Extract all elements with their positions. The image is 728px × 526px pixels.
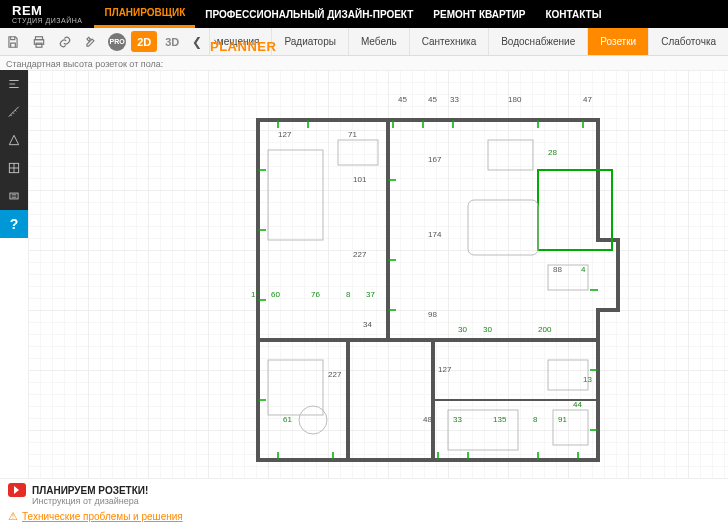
dim-r19: 200	[538, 325, 551, 334]
dim-r28: 44	[573, 400, 582, 409]
save-icon[interactable]	[0, 28, 26, 55]
tab-radiators[interactable]: Радиаторы	[271, 28, 347, 55]
dim-r6: 174	[428, 230, 441, 239]
warning-icon: ⚠	[8, 510, 18, 523]
dim-r23: 33	[453, 415, 462, 424]
dim-top-b: 45	[428, 95, 437, 104]
dim-r21: 61	[283, 415, 292, 424]
logo-right: PLANNER	[210, 40, 276, 53]
dim-r14: 4	[581, 265, 585, 274]
footer-video-sub: Инструкция от дизайнера	[32, 496, 720, 506]
dim-r17: 30	[458, 325, 467, 334]
svg-rect-16	[268, 360, 323, 415]
dim-r20: 127	[438, 365, 451, 374]
dim-r2: 71	[348, 130, 357, 139]
svg-rect-12	[338, 140, 378, 165]
nav-item-planner[interactable]: ПЛАНИРОВЩИК	[94, 0, 195, 28]
tool-measure-icon[interactable]	[0, 98, 28, 126]
svg-rect-13	[468, 200, 538, 255]
left-toolbar: ?	[0, 70, 28, 238]
logo-sub: СТУДИЯ ДИЗАЙНА	[12, 17, 82, 24]
mode-3d[interactable]: 3D	[158, 28, 186, 55]
dim-r29: 227	[328, 370, 341, 379]
tab-water[interactable]: Водоснабжение	[488, 28, 587, 55]
print-icon[interactable]	[26, 28, 52, 55]
footer: ПЛАНИРУЕМ РОЗЕТКИ! Инструкция от дизайне…	[0, 478, 728, 526]
main-nav: ПЛАНИРОВЩИК ПРОФЕССИОНАЛЬНЫЙ ДИЗАЙН-ПРОЕ…	[94, 0, 611, 28]
dim-top-e: 47	[583, 95, 592, 104]
tool-text-icon[interactable]	[0, 70, 28, 98]
dim-r4: 167	[428, 155, 441, 164]
dim-r12: 37	[366, 290, 375, 299]
dim-top-a: 45	[398, 95, 407, 104]
dim-r25: 8	[533, 415, 537, 424]
dim-top-c: 33	[450, 95, 459, 104]
dim-r15: 98	[428, 310, 437, 319]
dim-r26: 91	[558, 415, 567, 424]
tool-area-icon[interactable]	[0, 126, 28, 154]
tool-grid-icon[interactable]	[0, 154, 28, 182]
dim-r7: 227	[353, 250, 366, 259]
dim-r13: 88	[553, 265, 562, 274]
tool-row: PRO 2D 3D ❮ ›мещения Радиаторы Мебель Са…	[0, 28, 728, 56]
tab-furniture[interactable]: Мебель	[348, 28, 409, 55]
dim-r1: 127	[278, 130, 291, 139]
svg-rect-19	[548, 360, 588, 390]
svg-rect-11	[268, 150, 323, 240]
dim-r22: 48	[423, 415, 432, 424]
dim-r18: 30	[483, 325, 492, 334]
canvas-area[interactable]: 45 45 33 180 47	[28, 70, 728, 478]
link-icon[interactable]	[52, 28, 78, 55]
floor-plan[interactable]	[238, 110, 638, 478]
tab-sockets[interactable]: Розетки	[587, 28, 648, 55]
dim-r5: 28	[548, 148, 557, 157]
dim-r16: 34	[363, 320, 372, 329]
logo-left: REM	[12, 3, 42, 18]
top-bar: REMPLANNER СТУДИЯ ДИЗАЙНА ПЛАНИРОВЩИК ПР…	[0, 0, 728, 28]
dim-r3: 101	[353, 175, 366, 184]
footer-issues-link[interactable]: Технические проблемы и решения	[22, 511, 183, 522]
logo[interactable]: REMPLANNER СТУДИЯ ДИЗАЙНА	[0, 4, 94, 24]
svg-point-17	[299, 406, 327, 434]
nav-item-contacts[interactable]: КОНТАКТЫ	[535, 0, 611, 28]
nav-item-design[interactable]: ПРОФЕССИОНАЛЬНЫЙ ДИЗАЙН-ПРОЕКТ	[195, 0, 423, 28]
dim-r27: 13	[583, 375, 592, 384]
dim-r9: 60	[271, 290, 280, 299]
dim-r8: 17	[251, 290, 260, 299]
dim-r10: 76	[311, 290, 320, 299]
tab-strip: ›мещения Радиаторы Мебель Сантехника Вод…	[209, 28, 729, 55]
footer-video-title[interactable]: ПЛАНИРУЕМ РОЗЕТКИ!	[32, 485, 148, 496]
mode-2d[interactable]: 2D	[131, 31, 157, 52]
dim-top-d: 180	[508, 95, 521, 104]
pro-badge[interactable]: PRO	[104, 28, 130, 55]
nav-item-repair[interactable]: РЕМОНТ КВАРТИР	[423, 0, 535, 28]
tab-plumbing[interactable]: Сантехника	[409, 28, 489, 55]
tabs-scroll-left-icon[interactable]: ❮	[186, 28, 208, 55]
dim-r24: 135	[493, 415, 506, 424]
tools-icon[interactable]	[78, 28, 104, 55]
svg-rect-4	[10, 193, 18, 199]
help-button[interactable]: ?	[0, 210, 28, 238]
youtube-icon[interactable]	[8, 483, 26, 497]
tool-layers-icon[interactable]	[0, 182, 28, 210]
svg-rect-14	[488, 140, 533, 170]
dim-r11: 8	[346, 290, 350, 299]
tab-lowcurrent[interactable]: Слаботочка	[648, 28, 728, 55]
